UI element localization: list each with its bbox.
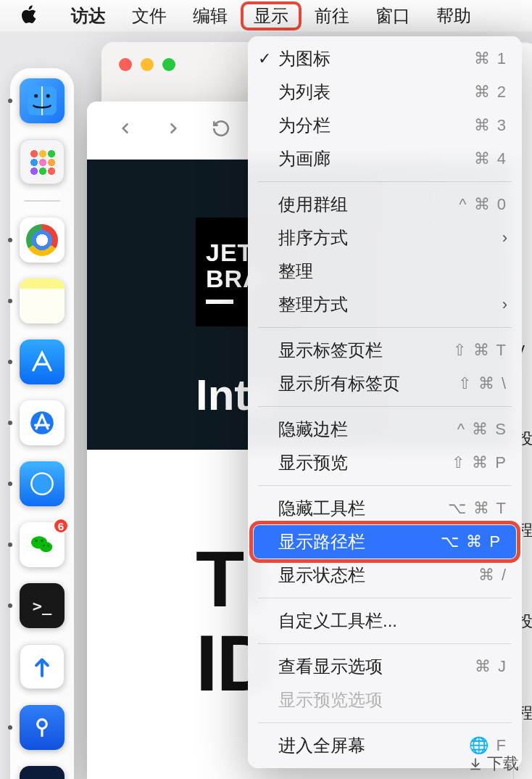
check-icon: ✓ <box>258 49 271 68</box>
dock-terminal[interactable] <box>20 583 65 628</box>
menu-as-columns[interactable]: 为分栏 ⌘ 3 <box>248 109 522 142</box>
minimize-icon[interactable] <box>141 58 154 71</box>
apple-logo-icon[interactable] <box>20 5 38 27</box>
dock-finder[interactable] <box>20 78 65 123</box>
svg-point-12 <box>38 720 47 729</box>
menu-show-preview[interactable]: 显示预览 ⇧ ⌘ P <box>248 446 522 479</box>
dock-appstore[interactable] <box>20 400 65 445</box>
reload-icon[interactable] <box>212 118 230 143</box>
dock-chrome[interactable] <box>20 218 65 263</box>
close-icon[interactable] <box>119 58 132 71</box>
menu-show-status-bar[interactable]: 显示状态栏 ⌘ / <box>248 559 522 592</box>
svg-point-10 <box>43 545 45 547</box>
svg-point-7 <box>40 542 52 552</box>
menu-show-path-bar[interactable]: 显示路径栏 ⌥ ⌘ P <box>254 525 516 559</box>
svg-point-1 <box>34 94 38 98</box>
forward-icon[interactable] <box>164 118 183 143</box>
chevron-right-icon: › <box>502 295 507 314</box>
logo-bar <box>206 300 233 304</box>
menubar-view[interactable]: 显示 <box>241 1 302 30</box>
running-dot <box>8 99 12 103</box>
back-icon[interactable] <box>116 118 135 143</box>
menu-hide-sidebar[interactable]: 隐藏边栏 ^ ⌘ S <box>248 413 522 446</box>
view-menu-dropdown: ✓ 为图标 ⌘ 1 为列表 ⌘ 2 为分栏 ⌘ 3 为画廊 ⌘ 4 使用群组 ^… <box>248 36 522 768</box>
menu-hide-toolbar[interactable]: 隐藏工具栏 ⌥ ⌘ T <box>248 492 522 525</box>
dock-divider <box>24 200 60 202</box>
menu-separator <box>258 327 512 328</box>
menu-separator <box>258 722 512 723</box>
menu-clean-up-by[interactable]: 整理方式 › <box>248 288 522 321</box>
dock-appstore-dark[interactable] <box>20 766 65 779</box>
menu-separator <box>258 485 512 486</box>
menubar-window[interactable]: 窗口 <box>362 1 423 30</box>
dock-launchpad[interactable] <box>20 139 65 184</box>
dock: 6 IJ <box>10 68 74 779</box>
menu-view-options[interactable]: 查看显示选项 ⌘ J <box>248 650 522 683</box>
zoom-icon[interactable] <box>162 58 175 71</box>
menubar-app-name[interactable]: 访达 <box>58 1 119 30</box>
chevron-right-icon: › <box>502 228 507 247</box>
wechat-badge: 6 <box>53 518 69 534</box>
svg-point-9 <box>41 540 43 542</box>
dock-safari[interactable] <box>20 461 65 506</box>
dock-wechat[interactable]: 6 <box>20 522 65 567</box>
menu-sort-by[interactable]: 排序方式 › <box>248 221 522 255</box>
menubar-help[interactable]: 帮助 <box>423 1 484 30</box>
menubar-edit[interactable]: 编辑 <box>180 1 241 30</box>
menu-separator <box>258 643 512 644</box>
dock-upload[interactable] <box>20 644 65 689</box>
menubar-go[interactable]: 前往 <box>302 1 362 30</box>
dock-notes[interactable] <box>20 279 65 323</box>
menu-as-list[interactable]: 为列表 ⌘ 2 <box>248 75 522 109</box>
svg-point-2 <box>46 94 50 98</box>
menubar-file[interactable]: 文件 <box>119 1 180 30</box>
menu-as-gallery[interactable]: 为画廊 ⌘ 4 <box>248 142 522 176</box>
menubar: 访达 文件 编辑 显示 前往 窗口 帮助 <box>0 0 532 32</box>
menu-preview-options: 显示预览选项 <box>248 683 522 717</box>
svg-point-11 <box>47 545 49 547</box>
svg-point-5 <box>33 474 52 494</box>
dock-sourcetree[interactable] <box>20 705 65 750</box>
menu-customize-toolbar[interactable]: 自定义工具栏... <box>248 604 522 638</box>
menu-use-groups[interactable]: 使用群组 ^ ⌘ 0 <box>248 188 522 221</box>
menu-show-tab-bar[interactable]: 显示标签页栏 ⇧ ⌘ T <box>248 334 522 367</box>
window-controls <box>119 58 175 71</box>
menu-separator <box>258 181 512 182</box>
dock-xcode[interactable] <box>20 339 65 384</box>
svg-point-8 <box>36 540 38 542</box>
menu-as-icons[interactable]: ✓ 为图标 ⌘ 1 <box>248 42 522 75</box>
menu-show-all-tabs[interactable]: 显示所有标签页 ⇧ ⌘ \ <box>248 367 522 400</box>
menu-separator <box>258 406 512 407</box>
menu-separator <box>258 598 512 598</box>
menu-clean-up[interactable]: 整理 <box>248 255 522 288</box>
download-indicator[interactable]: 下载 <box>468 753 519 775</box>
